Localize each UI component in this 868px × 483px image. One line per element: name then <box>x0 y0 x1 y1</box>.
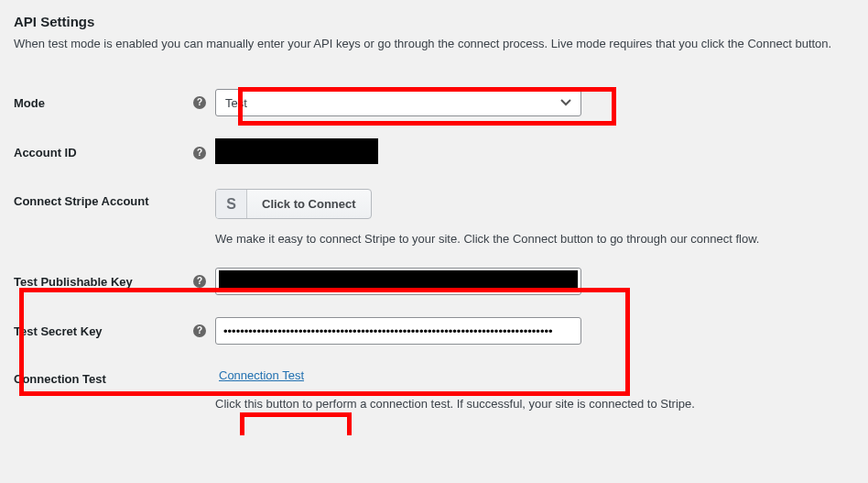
section-description: When test mode is enabled you can manual… <box>14 37 854 50</box>
mode-label: Mode <box>14 96 45 110</box>
conn-test-helper-text: Click this button to perform a connectio… <box>215 397 845 411</box>
help-icon[interactable]: ? <box>193 324 206 337</box>
connect-label: Connect Stripe Account <box>14 194 149 208</box>
pub-key-value-redacted <box>219 270 578 292</box>
connection-test-button[interactable]: Connection Test <box>215 367 308 384</box>
conn-test-label: Connection Test <box>14 372 106 386</box>
account-id-label: Account ID <box>14 146 77 159</box>
account-id-value-redacted <box>215 138 378 164</box>
help-icon[interactable]: ? <box>193 96 206 109</box>
pub-key-label: Test Publishable Key <box>14 275 133 289</box>
stripe-s-icon: S <box>216 190 247 218</box>
section-heading: API Settings <box>14 14 854 29</box>
connect-button-label: Click to Connect <box>247 197 371 211</box>
help-icon[interactable]: ? <box>193 147 206 159</box>
pub-key-input[interactable] <box>215 268 581 295</box>
secret-key-label: Test Secret Key <box>14 324 103 338</box>
connect-stripe-button[interactable]: S Click to Connect <box>215 189 372 219</box>
secret-key-input[interactable] <box>215 317 581 345</box>
connect-helper-text: We make it easy to connect Stripe to you… <box>215 232 845 246</box>
mode-select[interactable]: Test <box>215 89 581 116</box>
help-icon[interactable]: ? <box>193 275 206 288</box>
settings-table: Mode ? Test Account ID ? <box>14 78 854 422</box>
